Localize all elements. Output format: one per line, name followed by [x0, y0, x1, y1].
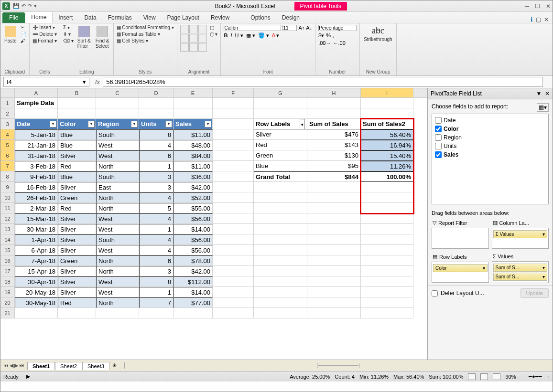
cell[interactable] — [15, 308, 58, 318]
cell[interactable] — [15, 108, 58, 119]
values-zone[interactable]: ΣValues Sum of S...▾ Sum of S...▾ — [492, 252, 549, 283]
cell-region[interactable]: North — [96, 161, 139, 171]
cell[interactable] — [307, 182, 361, 192]
cell[interactable] — [307, 245, 361, 255]
field-checkbox[interactable] — [435, 134, 442, 141]
cell[interactable] — [96, 308, 139, 318]
maximize-icon[interactable]: ☐ — [535, 3, 540, 10]
cell[interactable] — [139, 308, 173, 318]
cell[interactable] — [361, 98, 413, 108]
font-shrink-icon[interactable]: A↓ — [306, 25, 312, 31]
cell-styles-button[interactable]: ▦ Cell Styles ▾ — [117, 38, 174, 43]
sheet-tab-2[interactable]: Sheet2 — [55, 362, 82, 370]
value-pill-1[interactable]: Sum of S...▾ — [493, 264, 548, 272]
zoom-slider[interactable]: ━●━━ — [529, 373, 542, 380]
paste-button[interactable]: Paste — [3, 25, 18, 44]
cell-sales[interactable]: $48.00 — [173, 140, 213, 150]
insert-tab[interactable]: Insert — [53, 12, 78, 23]
comma-button[interactable]: , — [333, 32, 334, 39]
cell[interactable] — [213, 308, 254, 318]
zoom-in-icon[interactable]: + — [547, 374, 550, 380]
ribbon-minimize-icon[interactable]: ▢ — [536, 16, 541, 23]
cell-date[interactable]: 15-Apr-18 — [15, 266, 58, 276]
format-as-table-button[interactable]: ▦ Format as Table ▾ — [117, 32, 174, 37]
cell-color[interactable]: Red — [58, 161, 96, 171]
sheet-next-icon[interactable]: ▶ — [14, 362, 18, 369]
report-filter-zone[interactable]: ▽Report Filter — [432, 218, 489, 249]
cell-region[interactable]: North — [96, 297, 139, 308]
cell-date[interactable]: 7-Apr-18 — [15, 255, 58, 266]
cell[interactable] — [307, 255, 361, 266]
row-header[interactable]: 5 — [0, 140, 15, 150]
cell[interactable] — [254, 297, 307, 308]
cell-units[interactable]: 3 — [139, 182, 173, 192]
conditional-formatting-button[interactable]: ▦ Conditional Formatting ▾ — [117, 25, 174, 30]
cell[interactable] — [173, 308, 213, 318]
layout-options-icon[interactable]: ▦▾ — [537, 103, 549, 112]
column-header-F[interactable]: F — [213, 88, 254, 97]
cell[interactable] — [361, 182, 413, 192]
pivot-row-label[interactable]: Red — [254, 140, 307, 150]
table-header-color[interactable]: Color▾ — [58, 119, 96, 129]
file-tab[interactable]: File — [2, 12, 25, 23]
table-header-units[interactable]: Units▾ — [139, 119, 173, 129]
cell[interactable] — [213, 234, 254, 245]
cell[interactable] — [307, 234, 361, 245]
column-header-C[interactable]: C — [96, 88, 139, 97]
cell-units[interactable]: 4 — [139, 213, 173, 224]
row-header[interactable]: 13 — [0, 224, 15, 234]
cell[interactable] — [254, 276, 307, 287]
column-header-E[interactable]: E — [173, 88, 213, 97]
cell-date[interactable]: 1-Apr-18 — [15, 234, 58, 245]
workbook-close-icon[interactable]: ✕ — [544, 16, 549, 23]
sort-filter-button[interactable]: Sort & Filter — [76, 25, 92, 50]
cell-region[interactable]: West — [96, 245, 139, 255]
cell[interactable] — [173, 98, 213, 108]
row-header[interactable]: 10 — [0, 192, 15, 203]
cell[interactable] — [213, 203, 254, 213]
cell[interactable] — [361, 213, 413, 224]
cell[interactable] — [307, 224, 361, 234]
zoom-out-icon[interactable]: − — [520, 374, 523, 380]
cell-color[interactable]: Silver — [58, 234, 96, 245]
row-header[interactable]: 1 — [0, 98, 15, 108]
insert-cells-button[interactable]: ➕ Insert ▾ — [33, 25, 57, 30]
pivot-sum-sales[interactable]: $143 — [307, 140, 361, 150]
percent-button[interactable]: % — [326, 32, 331, 39]
row-header[interactable]: 11 — [0, 203, 15, 213]
pivot-sum-sales2[interactable]: 11.26% — [361, 161, 413, 171]
sheet-last-icon[interactable]: ⏭ — [19, 362, 24, 369]
currency-button[interactable]: $▾ — [318, 32, 324, 39]
cell[interactable] — [58, 308, 96, 318]
cell[interactable] — [307, 287, 361, 297]
row-header[interactable]: 4 — [0, 129, 15, 140]
zoom-level[interactable]: 90% — [505, 374, 516, 380]
cell-sales[interactable]: $56.00 — [173, 234, 213, 245]
pivot-sum-sales2-header[interactable]: Sum of Sales2 — [361, 119, 413, 129]
cell[interactable] — [361, 203, 413, 213]
column-header-I[interactable]: I — [361, 88, 413, 97]
column-labels-zone[interactable]: ▥Column La... Σ Values▾ — [492, 218, 549, 249]
pivot-sum-sales2[interactable]: 16.94% — [361, 140, 413, 150]
cell-date[interactable]: 9-Feb-18 — [15, 171, 58, 182]
column-header-G[interactable]: G — [254, 88, 307, 97]
row-header[interactable]: 21 — [0, 308, 15, 318]
column-header-A[interactable]: A — [15, 88, 58, 97]
cell-color[interactable]: Blue — [58, 171, 96, 182]
cell-color[interactable]: Green — [58, 255, 96, 266]
cut-icon[interactable]: ✂ — [21, 25, 26, 30]
bold-button[interactable]: B — [224, 32, 228, 39]
pivot-sum-sales[interactable]: $130 — [307, 150, 361, 161]
number-format-select[interactable] — [318, 25, 357, 31]
clear-button[interactable]: ⌫ ▾ — [63, 38, 74, 43]
cell-sales[interactable]: $11.00 — [173, 161, 213, 171]
cell-color[interactable]: Red — [58, 297, 96, 308]
font-size-select[interactable] — [282, 25, 297, 31]
row-labels-zone[interactable]: ▤Row Labels Color▾ — [432, 252, 489, 283]
worksheet-grid[interactable]: ABCDEFGHI 1Sample Data23Date▾Color▾Regio… — [0, 88, 427, 360]
cell-date[interactable]: 21-Jan-18 — [15, 140, 58, 150]
cell[interactable] — [361, 245, 413, 255]
cell-region[interactable]: South — [96, 171, 139, 182]
formulas-tab[interactable]: Formulas — [102, 12, 138, 23]
redo-icon[interactable]: ↷ — [28, 3, 32, 9]
